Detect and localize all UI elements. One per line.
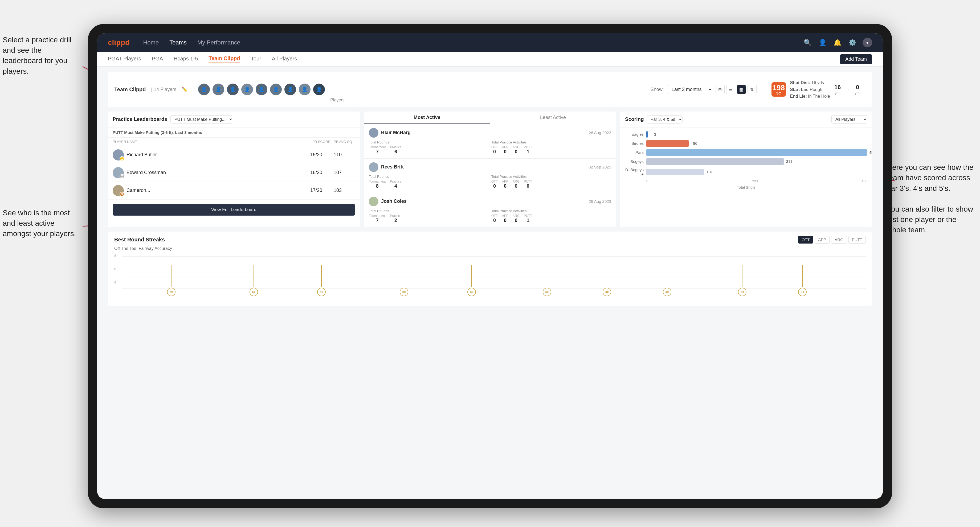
subnav-hcaps[interactable]: Hcaps 1-5 bbox=[173, 56, 198, 63]
streak-dot-item: 3x bbox=[738, 265, 746, 296]
player-info-3: 3 Cameron... bbox=[113, 185, 308, 196]
streak-dot-item: 7x bbox=[167, 265, 175, 296]
grid-view-btn[interactable]: ⊞ bbox=[716, 85, 725, 94]
nav-icons: 🔍 👤 🔔 ⚙️ ▾ bbox=[803, 38, 872, 48]
subnav-all-players[interactable]: All Players bbox=[272, 56, 297, 63]
chart-bar-fill: 96 bbox=[646, 140, 689, 147]
player-avatar-7[interactable]: 👤 bbox=[285, 84, 296, 95]
tab-most-active[interactable]: Most Active bbox=[364, 111, 490, 124]
player-avatar-5[interactable]: 👤 bbox=[256, 84, 267, 95]
chart-x-label: Total Shots bbox=[625, 185, 867, 189]
nav-link-performance[interactable]: My Performance bbox=[197, 39, 240, 46]
person-icon-btn[interactable]: 👤 bbox=[818, 38, 827, 48]
score-2: 18/20 bbox=[310, 170, 332, 175]
streak-dot-item: 4x bbox=[603, 265, 611, 296]
player-avatar-9[interactable]: 👤 bbox=[313, 84, 325, 95]
pa-date-3: 26 Aug 2023 bbox=[589, 199, 611, 204]
streak-dot-line bbox=[742, 265, 743, 287]
edit-icon[interactable]: ✏️ bbox=[181, 86, 188, 92]
player-avatar-1[interactable]: 👤 bbox=[198, 84, 210, 95]
streak-dot-circle: 5x bbox=[467, 288, 476, 296]
player-avatar-2[interactable]: 👤 bbox=[213, 84, 224, 95]
avg-1: 110 bbox=[334, 152, 355, 157]
scoring-player-filter[interactable]: All Players Blair McHarg Rees Britt bbox=[831, 115, 867, 124]
chart-bar-value: 499 bbox=[869, 151, 872, 155]
streak-filter-putt[interactable]: PUTT bbox=[848, 236, 866, 243]
player-avatar-6[interactable]: 👤 bbox=[270, 84, 282, 95]
sort-btn[interactable]: ⇅ bbox=[748, 85, 757, 94]
player-name-3: Cameron... bbox=[126, 187, 150, 193]
subnav-pgat[interactable]: PGAT Players bbox=[108, 56, 141, 63]
grid-line bbox=[122, 288, 866, 289]
add-team-button[interactable]: Add Team bbox=[840, 54, 872, 64]
chart-bar-fill: 131 bbox=[646, 169, 704, 175]
list-view-btn[interactable]: ☰ bbox=[726, 85, 735, 94]
streak-dot-circle: 6x bbox=[250, 288, 258, 296]
pa-thumb-3 bbox=[369, 197, 379, 206]
search-icon-btn[interactable]: 🔍 bbox=[803, 38, 813, 48]
chart-bar-wrap: 3 bbox=[646, 131, 867, 138]
player-thumb-2: 2 bbox=[113, 167, 124, 178]
pa-name-3: Josh Coles bbox=[381, 198, 407, 204]
card-view-btn[interactable]: ▦ bbox=[737, 85, 746, 94]
player-avatar-4[interactable]: 👤 bbox=[241, 84, 253, 95]
y-axis-label: 4 bbox=[114, 280, 116, 284]
streak-filter-app[interactable]: APP bbox=[815, 236, 829, 243]
streak-filter-ott[interactable]: OTT bbox=[798, 236, 813, 243]
player-info-1: 1 Richard Butler bbox=[113, 149, 308, 160]
drill-select[interactable]: PUTT Must Make Putting... OTT Fairway Fi… bbox=[170, 115, 233, 124]
streak-dot-item: 5x bbox=[467, 265, 476, 296]
avg-2: 107 bbox=[334, 170, 355, 175]
bell-icon-btn[interactable]: 🔔 bbox=[833, 38, 842, 48]
pa-name-1: Blair McHarg bbox=[381, 130, 410, 135]
leaderboard-table-header: PLAYER NAME PB SCORE PB AVG SQ bbox=[108, 138, 360, 146]
streak-filter-arg[interactable]: ARG bbox=[831, 236, 847, 243]
sub-nav: PGAT Players PGA Hcaps 1-5 Team Clippd T… bbox=[97, 52, 883, 67]
activity-player-2: Rees Britt 02 Sep 2023 Total Rounds Tour… bbox=[364, 159, 616, 193]
shot-yds-right: 0 yds bbox=[854, 84, 861, 95]
streak-dot-circle: 3x bbox=[738, 288, 746, 296]
player-name-1: Richard Butler bbox=[126, 152, 157, 157]
nav-link-teams[interactable]: Teams bbox=[169, 39, 187, 46]
grid-line bbox=[122, 267, 866, 267]
chart-bar-fill: 311 bbox=[646, 158, 784, 165]
chart-bar-wrap: 499 bbox=[646, 149, 867, 156]
team-name: Team Clippd bbox=[114, 86, 146, 93]
pa-stats-1: Total Rounds Tournament 7 Practice 6 bbox=[369, 140, 611, 155]
chart-bar-row: Birdies96 bbox=[625, 140, 867, 147]
show-period-select[interactable]: Last 3 months Last 6 months Last 12 mont… bbox=[667, 85, 712, 94]
view-full-leaderboard-button[interactable]: View Full Leaderboard bbox=[113, 204, 355, 216]
score-1: 19/20 bbox=[310, 152, 332, 157]
player-avatar-3[interactable]: 👤 bbox=[227, 84, 239, 95]
streak-dot-circle: 4x bbox=[603, 288, 611, 296]
annotation-right: Here you can see how the team have score… bbox=[887, 152, 977, 235]
chart-bar-label: Bogeys bbox=[625, 159, 644, 163]
streak-dot-line bbox=[547, 265, 547, 287]
activity-card: Most Active Least Active Blair McHarg 26… bbox=[364, 111, 616, 227]
pa-name-2: Rees Britt bbox=[381, 164, 404, 170]
chart-bar-fill: 3 bbox=[646, 131, 648, 138]
leaderboard-title: Practice Leaderboards bbox=[113, 116, 167, 122]
y-axis-label: 8 bbox=[114, 254, 116, 258]
player-thumb-1: 1 bbox=[113, 149, 124, 160]
subnav-pga[interactable]: PGA bbox=[152, 56, 163, 63]
nav-link-home[interactable]: Home bbox=[143, 39, 159, 46]
streak-dot-item: 3x bbox=[798, 265, 807, 296]
chart-bar-label: Eagles bbox=[625, 132, 644, 137]
score-3: 17/20 bbox=[310, 187, 332, 193]
shot-yds: 16 yds → 0 yds bbox=[834, 84, 861, 95]
user-avatar[interactable]: ▾ bbox=[862, 38, 872, 48]
team-header: Team Clippd | 14 Players ✏️ 👤 👤 👤 👤 👤 👤 … bbox=[108, 72, 872, 107]
team-header-controls: Show: Last 3 months Last 6 months Last 1… bbox=[651, 85, 757, 94]
subnav-tour[interactable]: Tour bbox=[251, 56, 261, 63]
player-avatar-8[interactable]: 👤 bbox=[299, 84, 310, 95]
subnav-team-clippd[interactable]: Team Clippd bbox=[208, 56, 240, 63]
player-info-2: 2 Edward Crossman bbox=[113, 167, 308, 178]
scoring-par-filter[interactable]: Par 3, 4 & 5s Par 3s Par 4s Par 5s bbox=[647, 115, 682, 124]
streak-dot-circle: 4x bbox=[663, 288, 671, 296]
pa-header-2: Rees Britt 02 Sep 2023 bbox=[369, 162, 611, 172]
pa-thumb-1 bbox=[369, 128, 379, 138]
settings-icon-btn[interactable]: ⚙️ bbox=[848, 38, 857, 48]
tab-least-active[interactable]: Least Active bbox=[490, 111, 616, 124]
annotation-bottom-left: See who is the most and least active amo… bbox=[3, 208, 83, 239]
